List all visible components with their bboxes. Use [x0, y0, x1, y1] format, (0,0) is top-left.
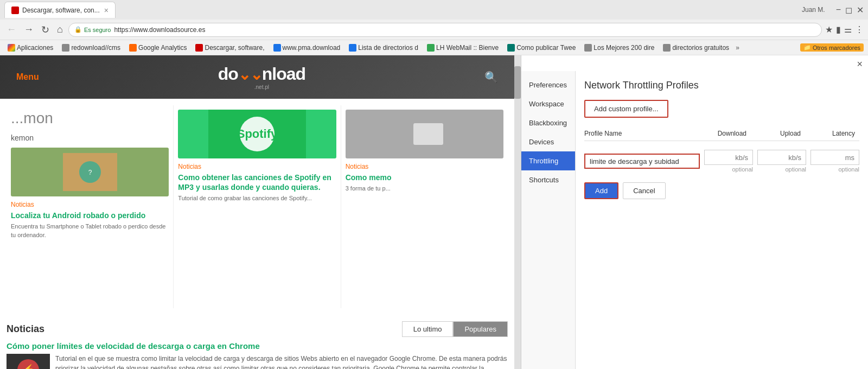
article-category-3: Noticias — [346, 163, 503, 170]
tab-lo-ultimo[interactable]: Lo ultimo — [402, 321, 454, 337]
bookmark-favicon-ga — [129, 44, 137, 52]
site-menu-button[interactable]: Menu — [16, 72, 39, 82]
back-button[interactable]: ← — [4, 23, 18, 36]
website-frame: Menu do⌄⌄nload .net.pl 🔍 ...monkemon ? N… — [0, 55, 514, 369]
devtools-panel: × Preferences Workspace Blackboxing Devi… — [521, 55, 868, 369]
bookmark-label: Lista de directorios d — [358, 44, 418, 52]
scroll-handle[interactable] — [514, 66, 521, 99]
settings-panel-title: Network Throttling Profiles — [584, 80, 859, 91]
bookmark-lista[interactable]: Lista de directorios d — [346, 43, 422, 53]
article-desc-3: 3 forma de tu p... — [346, 184, 503, 193]
bookmark-favicon-webmail — [427, 44, 435, 52]
svg-text:Spotify: Spotify — [237, 127, 278, 141]
devtools-inner: Preferences Workspace Blackboxing Device… — [521, 71, 868, 369]
tab-populares[interactable]: Populares — [453, 321, 508, 337]
sidebar-item-shortcuts[interactable]: Shortcuts — [521, 170, 575, 189]
svg-text:⚡: ⚡ — [22, 364, 35, 369]
article-title-3[interactable]: Como memo — [346, 173, 503, 182]
forward-button[interactable]: → — [22, 23, 36, 36]
content-area: Menu do⌄⌄nload .net.pl 🔍 ...monkemon ? N… — [0, 55, 868, 369]
sidebar-item-blackboxing[interactable]: Blackboxing — [521, 113, 575, 132]
sidebar-item-preferences[interactable]: Preferences — [521, 75, 575, 94]
bookmark-descargar[interactable]: Descargar, software, — [192, 43, 267, 53]
news-article-body: ⚡ Tutorial en el que se muestra como lim… — [7, 354, 508, 369]
news-section: Noticias Lo ultimo Populares Cómo poner … — [0, 315, 514, 369]
col-header-latency: Latency — [805, 130, 859, 137]
bookmark-tweet[interactable]: Como publicar Twee — [504, 43, 579, 53]
address-bar[interactable]: 🔒 Es seguro https://www.downloadsource.e… — [68, 23, 822, 37]
tab-close-icon[interactable]: × — [104, 6, 108, 15]
news-featured-article: Cómo poner límites de velocidad de desca… — [7, 341, 508, 369]
article-title-1[interactable]: Localiza tu Android robado o perdido — [11, 211, 169, 220]
col-header-upload: Upload — [751, 130, 805, 137]
sidebar-item-devices[interactable]: Devices — [521, 132, 575, 151]
bookmark-star-icon[interactable]: ★ — [825, 24, 833, 35]
maximize-button[interactable]: ◻ — [845, 5, 852, 15]
scrollbar[interactable] — [514, 55, 521, 369]
bookmark-mejores[interactable]: Los Mejores 200 dire — [581, 43, 658, 53]
bookmark-aplicaciones[interactable]: Aplicaciones — [4, 43, 56, 53]
folder-icon: 📁 — [803, 44, 811, 51]
bookmark-pma[interactable]: www.pma.download — [270, 43, 344, 53]
latency-input[interactable] — [810, 150, 859, 165]
secure-icon: 🔒 — [74, 26, 82, 33]
navigation-bar: ← → ↻ ⌂ 🔒 Es seguro https://www.download… — [0, 20, 868, 40]
news-article-title[interactable]: Cómo poner límites de velocidad de desca… — [7, 341, 508, 351]
menu-dots-icon[interactable]: ⋮ — [855, 24, 864, 35]
bookmark-label: LH WebMail :: Bienve — [436, 44, 499, 52]
download-input[interactable] — [704, 150, 753, 165]
window-controls: Juan M. − ◻ ✕ — [802, 5, 864, 15]
secure-label: Es seguro — [84, 27, 111, 33]
browser-tab[interactable]: Descargar, software, con... × — [4, 2, 116, 18]
otros-marcadores-folder[interactable]: 📁 Otros marcadores — [800, 43, 864, 52]
cancel-button[interactable]: Cancel — [623, 182, 665, 199]
tab-favicon — [11, 7, 19, 14]
upload-optional-label: optional — [785, 166, 806, 173]
bookmark-favicon-pma — [273, 44, 281, 52]
devtools-topbar: × — [521, 55, 868, 71]
minimize-button[interactable]: − — [836, 5, 841, 15]
profile-name-input[interactable] — [584, 154, 700, 169]
bookmark-favicon-descargar — [195, 44, 203, 52]
home-button[interactable]: ⌂ — [55, 23, 65, 36]
form-actions: Add Cancel — [584, 182, 859, 199]
upload-input[interactable] — [757, 150, 806, 165]
article-desc-2: Tutorial de como grabar las canciones de… — [178, 194, 336, 202]
bookmark-cms[interactable]: redownload//cms — [59, 43, 124, 53]
bookmark-label: Google Analytics — [138, 44, 187, 52]
news-header: Noticias Lo ultimo Populares — [7, 321, 508, 337]
bookmark-label: redownload//cms — [71, 44, 120, 52]
site-logo-text: do⌄⌄nload — [218, 64, 305, 84]
article-card-1: ...monkemon ? Noticias Localiza tu Andro… — [7, 105, 174, 308]
close-window-button[interactable]: ✕ — [857, 5, 864, 15]
bookmark-label: directorios gratuitos — [672, 44, 729, 52]
devtools-close-button[interactable]: × — [853, 58, 866, 71]
site-logo-subtext: .net.pl — [254, 84, 269, 90]
sidebar-item-throttling[interactable]: Throttling — [521, 151, 575, 170]
article-card-3: Noticias Como memo 3 forma de tu p... — [341, 105, 508, 308]
bookmarks-more-icon[interactable]: » — [736, 44, 739, 52]
bookmark-favicon-mejores — [584, 44, 592, 52]
bookmark-google-analytics[interactable]: Google Analytics — [126, 43, 190, 53]
site-search-icon[interactable]: 🔍 — [484, 71, 498, 84]
col-header-download: Download — [697, 130, 751, 137]
extensions-icon[interactable]: ⚌ — [844, 24, 852, 35]
sidebar-item-workspace[interactable]: Workspace — [521, 94, 575, 113]
bookmark-favicon-tweet — [507, 44, 515, 52]
title-bar: Descargar, software, con... × Juan M. − … — [0, 0, 868, 20]
article-thumb-1: ? — [11, 148, 169, 196]
bookmark-directorios[interactable]: directorios gratuitos — [660, 43, 732, 53]
col-header-profile-name: Profile Name — [584, 130, 697, 137]
bookmark-label: Descargar, software, — [205, 44, 264, 52]
bookmark-label: Como publicar Twee — [516, 44, 576, 52]
add-custom-profile-button[interactable]: Add custom profile... — [584, 100, 668, 118]
article-title-2[interactable]: Como obtener las canciones de Spotify en… — [178, 173, 336, 192]
bookmark-webmail[interactable]: LH WebMail :: Bienve — [424, 43, 502, 53]
reload-button[interactable]: ↻ — [39, 23, 52, 37]
add-profile-button[interactable]: Add — [584, 182, 618, 199]
news-article-text: Tutorial en el que se muestra como limit… — [55, 354, 508, 369]
user-name: Juan M. — [802, 6, 825, 14]
svg-text:?: ? — [88, 169, 92, 176]
bookmark-label: www.pma.download — [283, 44, 341, 52]
chrome-cast-icon[interactable]: ▮ — [836, 24, 841, 35]
